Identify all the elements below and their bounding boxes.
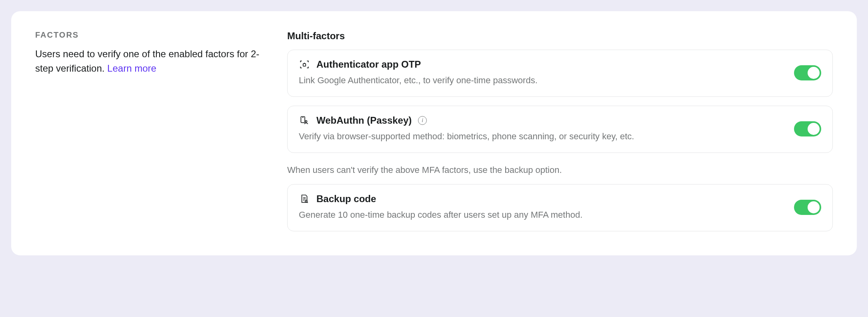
- factor-backup: Backup code Generate 10 one-time backup …: [287, 184, 833, 231]
- factor-webauthn: WebAuthn (Passkey) i Verify via browser-…: [287, 106, 833, 153]
- section-description: Users need to verify one of the enabled …: [35, 47, 263, 76]
- factor-description: Generate 10 one-time backup codes after …: [299, 209, 784, 221]
- svg-point-2: [305, 120, 307, 122]
- backup-note: When users can't verify the above MFA fa…: [287, 165, 833, 175]
- svg-rect-0: [303, 64, 306, 66]
- factor-body: Authenticator app OTP Link Google Authen…: [299, 59, 784, 87]
- factor-title: WebAuthn (Passkey): [316, 115, 412, 126]
- authenticator-icon: [299, 59, 310, 70]
- learn-more-link[interactable]: Learn more: [107, 63, 156, 74]
- factor-title-row: Backup code: [299, 193, 784, 205]
- info-icon[interactable]: i: [418, 116, 427, 125]
- group-title: Multi-factors: [287, 30, 833, 42]
- factor-webauthn-toggle[interactable]: [794, 121, 821, 136]
- factor-title: Backup code: [316, 193, 376, 205]
- backup-code-icon: [299, 193, 310, 205]
- factor-backup-toggle[interactable]: [794, 200, 821, 215]
- factor-authenticator: Authenticator app OTP Link Google Authen…: [287, 50, 833, 97]
- factor-title-row: Authenticator app OTP: [299, 59, 784, 70]
- factor-title: Authenticator app OTP: [316, 59, 421, 70]
- factor-title-row: WebAuthn (Passkey) i: [299, 115, 784, 126]
- svg-point-3: [305, 200, 307, 202]
- passkey-icon: [299, 115, 310, 126]
- factors-panel: Multi-factors Authenticator app OTP Link…: [287, 30, 833, 231]
- section-sidebar: FACTORS Users need to verify one of the …: [35, 30, 263, 231]
- factor-body: Backup code Generate 10 one-time backup …: [299, 193, 784, 221]
- factor-authenticator-toggle[interactable]: [794, 65, 821, 80]
- settings-card: FACTORS Users need to verify one of the …: [11, 11, 857, 255]
- factor-description: Link Google Authenticator, etc., to veri…: [299, 74, 784, 87]
- factor-description: Verify via browser-supported method: bio…: [299, 130, 784, 143]
- factor-body: WebAuthn (Passkey) i Verify via browser-…: [299, 115, 784, 143]
- section-label: FACTORS: [35, 30, 263, 40]
